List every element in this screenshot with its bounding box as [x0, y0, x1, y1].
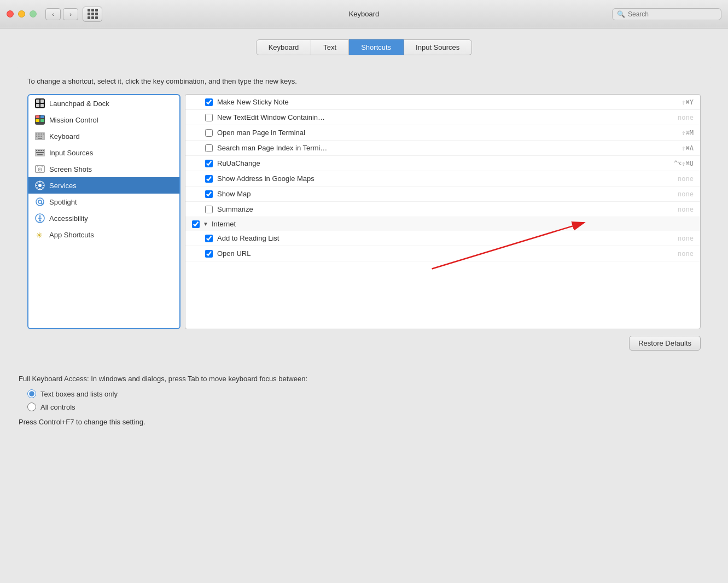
key-textedit: none: [678, 114, 694, 121]
checkbox-google-maps[interactable]: [205, 175, 213, 183]
checkbox-summarize[interactable]: [205, 206, 213, 213]
key-man-page: ⇧⌘M: [682, 129, 694, 137]
key-man-index: ⇧⌘A: [682, 144, 694, 152]
radio-label-text-boxes: Text boxes and lists only: [40, 390, 118, 398]
svg-rect-11: [36, 133, 37, 135]
checkbox-man-page[interactable]: [205, 129, 213, 137]
sidebar-item-launchpad[interactable]: Launchpad & Dock: [28, 95, 179, 112]
right-panel: Make New Sticky Note ⇧⌘Y New TextEdit Wi…: [185, 94, 701, 329]
press-hint: Press Control+F7 to change this setting.: [19, 418, 709, 426]
label-man-page: Open man Page in Terminal: [217, 129, 677, 137]
tab-input-sources[interactable]: Input Sources: [404, 39, 472, 55]
maximize-button[interactable]: [30, 10, 37, 18]
svg-point-35: [38, 184, 42, 187]
sidebar-item-app-shortcuts[interactable]: ✳ App Shortcuts: [28, 226, 179, 243]
svg-rect-13: [39, 133, 40, 135]
search-input[interactable]: [628, 10, 717, 18]
sidebar-label-launchpad: Launchpad & Dock: [49, 100, 109, 108]
radio-label-all-controls: All controls: [40, 403, 75, 411]
sidebar-item-services[interactable]: Services: [28, 177, 179, 194]
svg-rect-4: [40, 104, 44, 107]
tab-keyboard[interactable]: Keyboard: [256, 39, 312, 55]
radio-group: Text boxes and lists only All controls: [27, 389, 709, 411]
label-man-index: Search man Page Index in Termi…: [217, 144, 677, 152]
traffic-lights: [7, 10, 37, 18]
sidebar-item-screenshots[interactable]: Screen Shots: [28, 161, 179, 177]
sidebar-item-keyboard[interactable]: Keyboard: [28, 128, 179, 144]
shortcut-row-show-map: Show Map none: [185, 186, 700, 202]
sidebar-item-accessibility[interactable]: Accessibility: [28, 210, 179, 226]
instruction-text: To change a shortcut, select it, click t…: [27, 77, 701, 85]
svg-text:✳: ✳: [36, 231, 43, 240]
key-reading-list: none: [678, 235, 694, 242]
grid-view-button[interactable]: [83, 7, 102, 22]
svg-rect-14: [41, 133, 42, 135]
launchpad-icon: [35, 98, 45, 108]
svg-rect-26: [43, 150, 44, 151]
accessibility-icon: [35, 213, 45, 223]
window-title: Keyboard: [349, 10, 380, 18]
tab-text[interactable]: Text: [311, 39, 349, 55]
sidebar-item-spotlight[interactable]: Spotlight: [28, 194, 179, 210]
tab-shortcuts[interactable]: Shortcuts: [349, 39, 404, 55]
radio-row-text-boxes[interactable]: Text boxes and lists only: [27, 389, 709, 398]
svg-rect-1: [36, 100, 39, 103]
checkbox-man-index[interactable]: [205, 144, 213, 152]
sidebar-label-keyboard: Keyboard: [49, 132, 80, 141]
svg-rect-20: [38, 138, 42, 139]
full-keyboard-label: Full Keyboard Access: In windows and dia…: [19, 375, 709, 383]
settings-panel: To change a shortcut, select it, click t…: [16, 66, 712, 362]
checkbox-textedit[interactable]: [205, 114, 213, 121]
sidebar-label-mission-control: Mission Control: [49, 116, 98, 124]
sidebar-item-input-sources[interactable]: Input Sources: [28, 144, 179, 161]
svg-point-37: [38, 200, 42, 203]
close-button[interactable]: [7, 10, 14, 18]
checkbox-sticky-note[interactable]: [205, 98, 213, 106]
checkbox-open-url[interactable]: [205, 250, 213, 258]
sidebar-label-accessibility: Accessibility: [49, 214, 88, 223]
panel-body: Launchpad & Dock Mission Control: [27, 94, 701, 329]
checkbox-internet-section[interactable]: [192, 220, 200, 228]
svg-rect-25: [41, 150, 42, 151]
sidebar-label-spotlight: Spotlight: [49, 198, 77, 206]
screenshots-icon: [35, 164, 45, 174]
input-sources-icon: [35, 148, 45, 158]
section-internet: ▼ Internet: [185, 217, 700, 231]
sidebar-label-input-sources: Input Sources: [49, 149, 93, 157]
bottom-section: Full Keyboard Access: In windows and dia…: [16, 375, 712, 426]
shortcut-row-man-page: Open man Page in Terminal ⇧⌘M: [185, 125, 700, 141]
sidebar-item-mission-control[interactable]: Mission Control: [28, 112, 179, 128]
nav-buttons: ‹ ›: [45, 8, 78, 20]
shortcut-row-sticky-note: Make New Sticky Note ⇧⌘Y: [185, 95, 700, 110]
svg-rect-15: [43, 133, 44, 135]
label-textedit: New TextEdit Window Containin…: [217, 113, 673, 121]
checkbox-ruuachange[interactable]: [205, 160, 213, 167]
shortcut-row-google-maps: Show Address in Google Maps none: [185, 171, 700, 186]
sidebar: Launchpad & Dock Mission Control: [27, 94, 180, 329]
triangle-icon: ▼: [203, 221, 208, 227]
restore-defaults-button[interactable]: Restore Defaults: [629, 336, 701, 351]
svg-rect-18: [39, 136, 40, 137]
key-google-maps: none: [678, 175, 694, 183]
label-show-map: Show Map: [217, 190, 673, 198]
radio-text-boxes[interactable]: [27, 389, 36, 398]
checkbox-reading-list[interactable]: [205, 235, 213, 242]
app-shortcuts-icon: ✳: [35, 230, 45, 240]
key-show-map: none: [678, 190, 694, 198]
shortcut-row-reading-list: Add to Reading List none: [185, 231, 700, 246]
svg-rect-2: [40, 100, 44, 103]
svg-point-33: [39, 169, 40, 170]
search-bar[interactable]: 🔍: [612, 8, 721, 20]
svg-rect-9: [40, 119, 44, 122]
minimize-button[interactable]: [18, 10, 25, 18]
sidebar-label-screenshots: Screen Shots: [49, 165, 92, 173]
checkbox-show-map[interactable]: [205, 190, 213, 198]
forward-button[interactable]: ›: [63, 8, 78, 20]
svg-rect-8: [36, 119, 39, 122]
svg-rect-17: [38, 136, 39, 137]
back-button[interactable]: ‹: [45, 8, 61, 20]
svg-rect-3: [36, 104, 39, 107]
key-summarize: none: [678, 206, 694, 213]
radio-row-all-controls[interactable]: All controls: [27, 403, 709, 411]
radio-all-controls[interactable]: [27, 403, 36, 411]
